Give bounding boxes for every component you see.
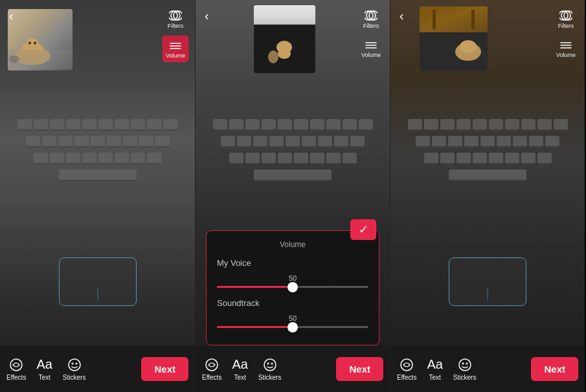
volume-button-3[interactable]: Volume <box>554 36 578 60</box>
svg-point-32 <box>267 362 269 364</box>
stickers-icon-1 <box>67 356 82 372</box>
effects-button-1[interactable]: Effects <box>6 356 26 381</box>
text-label-3: Text <box>429 374 440 381</box>
svg-point-33 <box>271 362 273 364</box>
my-voice-track[interactable] <box>217 286 368 288</box>
svg-rect-8 <box>8 50 73 69</box>
panel-2: ‹ Filters Volume <box>195 0 390 392</box>
text-button-3[interactable]: Aa Text <box>427 357 442 381</box>
volume-button-2[interactable]: Volume <box>359 36 383 60</box>
volume-icon-1 <box>169 39 182 50</box>
volume-label-3: Volume <box>556 52 576 58</box>
svg-rect-19 <box>254 5 315 25</box>
top-controls-2: Filters Volume <box>359 6 383 61</box>
toolbar-items-1: Effects Aa Text Stickers <box>6 356 141 381</box>
svg-point-16 <box>69 359 80 371</box>
volume-icon-3 <box>559 38 572 50</box>
toolbar-items-2: Effects Aa Text Stickers <box>202 356 336 381</box>
volume-label-2: Volume <box>361 52 381 58</box>
filters-label-2: Filters <box>363 23 379 29</box>
volume-icon-2 <box>365 38 378 50</box>
svg-point-31 <box>264 359 276 371</box>
effects-label-1: Effects <box>6 374 26 381</box>
back-button-3[interactable]: ‹ <box>400 9 404 22</box>
text-icon-1: Aa <box>36 357 52 372</box>
filters-label-3: Filters <box>558 23 574 29</box>
soundtrack-fill <box>217 326 293 328</box>
keyboard-sim-3 <box>390 118 585 274</box>
trackpad-line <box>97 287 98 300</box>
stickers-label-1: Stickers <box>63 374 86 381</box>
effects-button-2[interactable]: Effects <box>202 356 221 381</box>
bottom-toolbar-1: Effects Aa Text Stickers Next <box>0 345 195 392</box>
back-button-2[interactable]: ‹ <box>205 9 209 22</box>
next-button-2[interactable]: Next <box>336 357 383 381</box>
filters-icon-1 <box>169 9 182 21</box>
svg-point-15 <box>10 359 22 371</box>
my-voice-label: My Voice <box>217 258 251 268</box>
thumbnail-content-2 <box>254 5 315 73</box>
video-thumbnail-1 <box>8 9 73 71</box>
top-controls-1: Filters Volume <box>163 6 188 62</box>
back-button-1[interactable]: ‹ <box>9 9 14 22</box>
filters-button-2[interactable]: Filters <box>361 6 382 32</box>
next-button-3[interactable]: Next <box>531 357 578 381</box>
bottom-toolbar-2: Effects Aa Text Stickers Next <box>196 345 390 392</box>
volume-panel: ✓ Volume My Voice 50 Soundtrack 50 <box>206 230 379 345</box>
text-button-1[interactable]: Aa Text <box>36 357 52 381</box>
filters-label-1: Filters <box>168 23 184 29</box>
svg-point-47 <box>459 359 471 371</box>
svg-point-48 <box>462 362 464 364</box>
svg-rect-34 <box>420 6 488 32</box>
svg-point-17 <box>71 362 73 364</box>
panel-1: ‹ Filters Volume <box>0 0 195 392</box>
filters-icon-2 <box>365 9 378 21</box>
video-thumbnail-2 <box>254 5 315 73</box>
panel-3: ‹ Filters Volume <box>390 0 585 392</box>
text-label-1: Text <box>38 374 50 381</box>
effects-icon-2 <box>205 356 219 372</box>
effects-button-3[interactable]: Effects <box>397 356 416 381</box>
next-button-1[interactable]: Next <box>141 357 188 381</box>
stickers-button-2[interactable]: Stickers <box>258 356 282 381</box>
toolbar-items-3: Effects Aa Text Stickers <box>397 356 531 381</box>
trackpad-3 <box>449 257 526 306</box>
svg-point-39 <box>460 40 477 53</box>
text-label-2: Text <box>234 374 245 381</box>
soundtrack-thumb[interactable] <box>287 322 298 332</box>
stickers-button-3[interactable]: Stickers <box>453 356 477 381</box>
trackpad-line-3 <box>488 287 488 300</box>
volume-label-1: Volume <box>166 52 185 59</box>
effects-icon-1 <box>9 356 23 372</box>
my-voice-value: 50 <box>217 274 368 282</box>
svg-point-5 <box>28 42 31 45</box>
stickers-icon-2 <box>263 356 277 372</box>
check-icon: ✓ <box>359 223 368 237</box>
volume-button-1[interactable]: Volume <box>163 36 188 61</box>
effects-label-2: Effects <box>202 374 221 381</box>
text-icon-3: Aa <box>427 357 442 372</box>
top-controls-3: Filters Volume <box>554 6 578 61</box>
filters-button-1[interactable]: Filters <box>165 6 186 32</box>
svg-point-23 <box>268 50 278 63</box>
effects-label-3: Effects <box>397 374 416 381</box>
volume-title: Volume <box>217 240 368 249</box>
filters-button-3[interactable]: Filters <box>556 6 577 32</box>
soundtrack-value: 50 <box>217 314 368 322</box>
soundtrack-row: Soundtrack 50 <box>217 298 368 328</box>
svg-point-46 <box>401 359 412 371</box>
video-thumbnail-3 <box>420 6 488 71</box>
volume-confirm-button[interactable]: ✓ <box>350 219 376 240</box>
my-voice-row: My Voice 50 <box>217 258 368 288</box>
my-voice-thumb[interactable] <box>287 282 298 292</box>
stickers-label-3: Stickers <box>453 374 477 381</box>
svg-rect-36 <box>471 10 475 29</box>
text-button-2[interactable]: Aa Text <box>232 357 247 381</box>
svg-point-6 <box>34 42 36 45</box>
filters-icon-3 <box>559 9 572 21</box>
soundtrack-track[interactable] <box>217 326 368 328</box>
stickers-button-1[interactable]: Stickers <box>63 356 86 381</box>
trackpad <box>59 257 137 306</box>
svg-point-49 <box>466 362 468 364</box>
stickers-label-2: Stickers <box>258 374 282 381</box>
